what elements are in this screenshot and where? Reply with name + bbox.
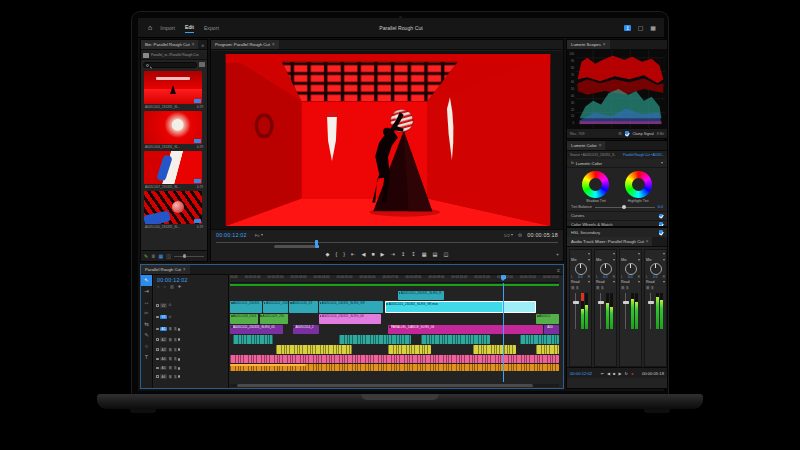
mute-button[interactable]: M xyxy=(169,327,173,331)
search-input[interactable] xyxy=(143,62,197,68)
solo-button[interactable]: S xyxy=(601,286,604,290)
close-icon[interactable]: × xyxy=(599,143,602,148)
quick-export-icon[interactable]: ↥ xyxy=(624,25,630,31)
timeline-playhead[interactable] xyxy=(501,275,506,279)
section-hsl-secondary[interactable]: HSL Secondary xyxy=(567,228,667,237)
mic-icon[interactable] xyxy=(178,338,180,341)
slip-tool[interactable]: ⇆ xyxy=(141,319,152,330)
new-bin-icon[interactable] xyxy=(199,62,205,67)
tint-balance-value[interactable]: 0.0 xyxy=(658,205,663,209)
lock-icon[interactable] xyxy=(156,316,159,319)
track-label[interactable]: V2 xyxy=(160,303,167,308)
zoom-slider[interactable] xyxy=(174,256,204,257)
bin-breadcrumb[interactable]: Parallel_ro..\Parallel Rough Cut xyxy=(151,53,199,57)
workspaces-icon[interactable]: ▦ xyxy=(650,24,656,31)
lumetri-source-select[interactable]: Source • A005C013_230331_S.. xyxy=(570,153,616,157)
mic-icon[interactable] xyxy=(178,328,180,331)
bus-select[interactable]: Mix xyxy=(646,258,652,262)
mute-button[interactable]: M xyxy=(169,357,173,361)
audio-clip[interactable] xyxy=(388,345,431,354)
timeline-clip[interactable]: A00 xyxy=(544,325,559,334)
solo-button[interactable]: S xyxy=(174,327,177,331)
mark-in-button[interactable]: { xyxy=(336,251,338,257)
clamp-signal-checkbox[interactable] xyxy=(625,131,630,136)
icon-view-icon[interactable]: ▦ xyxy=(158,253,163,259)
step-back-button[interactable]: ◀ xyxy=(607,371,610,376)
eye-icon[interactable]: ⊙ xyxy=(169,316,172,319)
pan-knob[interactable] xyxy=(650,263,662,275)
add-marker-button[interactable]: ◆ xyxy=(326,251,330,257)
bin-tab[interactable]: Bin: Parallel Rough Cut × xyxy=(141,40,198,49)
track-label[interactable]: V1 xyxy=(160,315,167,320)
timeline-timecode[interactable]: 00:00:12:02 xyxy=(154,275,228,283)
lock-icon[interactable] xyxy=(156,358,159,361)
maximize-icon[interactable]: ▢ xyxy=(638,24,644,31)
eye-icon[interactable]: ⊙ xyxy=(169,304,172,307)
mute-button[interactable]: M xyxy=(169,338,173,342)
time-ruler[interactable]: 00:0000:00:01:0000:00:02:0000:00:03:0000… xyxy=(230,275,559,283)
audio-clip[interactable] xyxy=(520,335,559,344)
markers-icon[interactable]: ▥ xyxy=(170,284,174,289)
lumetri-target-clip[interactable]: Parallel Rough Cut • A005C.. xyxy=(623,153,664,157)
shadow-tint-wheel[interactable] xyxy=(582,171,609,198)
solo-button[interactable]: S xyxy=(626,286,629,290)
track-head-a1[interactable]: A1MS xyxy=(154,324,228,334)
timeline-clip[interactable]: A005C013_23 xyxy=(289,301,317,313)
timeline-clip[interactable]: A005C0 xyxy=(536,314,559,324)
audio-clip[interactable] xyxy=(536,345,559,354)
pan-value[interactable]: 0.0 xyxy=(653,275,658,279)
solo-button[interactable]: S xyxy=(174,357,177,361)
play-stop-button[interactable]: ■ xyxy=(371,251,374,257)
track-head-v2[interactable]: V2⊙ xyxy=(154,301,228,310)
volume-fader[interactable] xyxy=(621,291,640,331)
mute-button[interactable]: M xyxy=(169,348,173,352)
mic-icon[interactable] xyxy=(178,358,180,361)
add-button[interactable]: + xyxy=(556,251,559,257)
timeline-clip[interactable]: A005C014_2 xyxy=(293,325,319,334)
scopes-tab[interactable]: Lumetri Scopes× xyxy=(567,40,610,49)
mute-button[interactable]: M xyxy=(596,286,600,290)
pan-knob[interactable] xyxy=(600,263,612,275)
go-to-in-button[interactable]: ⇤ xyxy=(351,251,355,257)
tab-export[interactable]: Export xyxy=(204,23,219,33)
audio-clip[interactable] xyxy=(473,345,516,354)
selection-tool[interactable]: ↖ xyxy=(141,275,152,286)
hand-tool[interactable]: ○ xyxy=(141,341,152,352)
pan-value[interactable]: 0.0 xyxy=(628,275,633,279)
go-to-in-button[interactable]: ⇤ xyxy=(601,371,604,376)
lock-icon[interactable] xyxy=(156,367,159,370)
step-forward-button[interactable]: ▶ xyxy=(381,251,385,257)
tint-balance-slider[interactable] xyxy=(595,207,655,208)
video-frame[interactable] xyxy=(222,54,554,226)
close-icon[interactable]: × xyxy=(272,42,275,47)
close-icon[interactable]: × xyxy=(603,42,606,47)
timeline-clip[interactable]: A005C011_230331 xyxy=(230,301,262,313)
highlight-tint-wheel[interactable] xyxy=(625,171,652,198)
mixer-tab[interactable]: Audio Track Mixer: Parallel Rough Cut× xyxy=(567,237,652,246)
input-select[interactable] xyxy=(613,253,615,255)
track-head-a2[interactable]: A2MS xyxy=(154,335,228,344)
audio-clip[interactable] xyxy=(339,335,411,344)
stop-button[interactable]: ■ xyxy=(613,371,615,376)
solo-button[interactable]: S xyxy=(174,366,177,370)
folder-icon[interactable] xyxy=(143,53,149,58)
loop-button[interactable]: ↻ xyxy=(625,371,628,376)
lock-icon[interactable] xyxy=(156,328,159,331)
playback-resolution-select[interactable]: 1/2 xyxy=(504,233,510,238)
mic-icon[interactable] xyxy=(178,348,180,351)
list-view-icon[interactable]: ≣ xyxy=(151,253,155,259)
settings-wrench-icon[interactable]: ⚙ xyxy=(518,232,522,238)
solo-button[interactable]: S xyxy=(651,286,654,290)
pan-knob[interactable] xyxy=(575,263,587,275)
pan-value[interactable]: 0.0 xyxy=(578,275,583,279)
mixer-timecode[interactable]: 00:00:12:02 xyxy=(570,371,592,376)
audio-clip[interactable] xyxy=(233,335,272,344)
hsl-checkbox[interactable] xyxy=(659,230,664,235)
overwrite-button[interactable]: ◫ xyxy=(443,251,448,257)
extract-button[interactable]: ↧ xyxy=(411,251,415,257)
track-label[interactable]: A4 xyxy=(160,357,167,362)
pen-tool[interactable]: ✎ xyxy=(141,330,152,341)
timeline-clip[interactable]: A005C012_2303 xyxy=(263,301,288,313)
lift-button[interactable]: ↥ xyxy=(401,251,405,257)
ripple-edit-tool[interactable]: ↔ xyxy=(141,297,152,308)
